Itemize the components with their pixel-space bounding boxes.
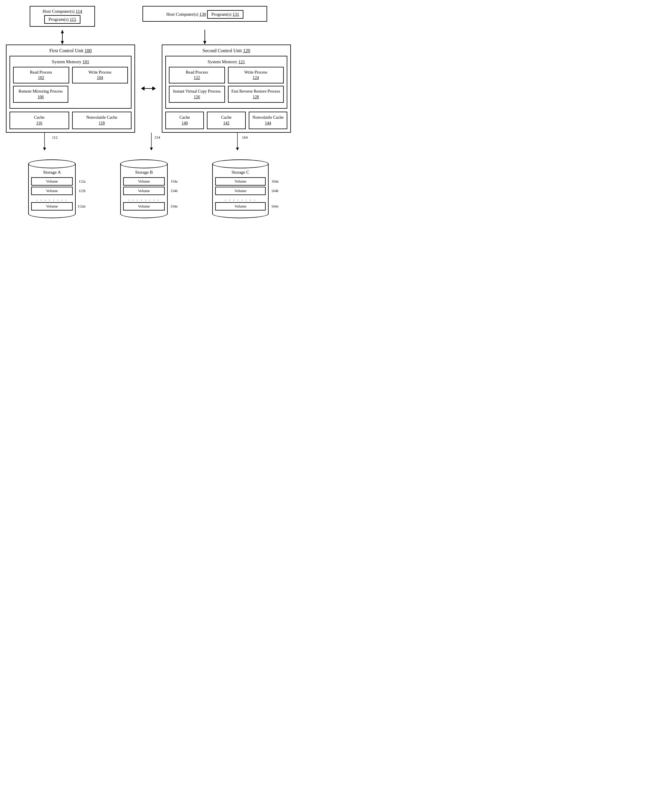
left-cache-116: Cache116 (10, 112, 69, 129)
storage-c-vol2-wrap: Volume 164b (215, 187, 266, 195)
right-write-num: 124 (253, 75, 259, 80)
storage-row: Storage A Volume 112a Volume 112b . . . … (6, 159, 291, 218)
right-host-box: Host Computer(s) 130 Program(s) 131 (142, 6, 267, 22)
storage-b-vol2-wrap: Volume 154b (123, 187, 165, 195)
right-frr-num: 128 (253, 95, 259, 99)
storage-c-vol1: Volume 164a (215, 177, 266, 186)
right-ivc-num: 126 (194, 95, 200, 99)
storage-b-item: Storage B Volume 154a Volume 154b . . . … (120, 159, 168, 218)
svg-marker-5 (141, 87, 145, 91)
right-cache-142-num: 142 (223, 121, 230, 125)
bidir-cu-arrow-svg (141, 84, 156, 93)
right-cu-num: 120 (243, 48, 250, 53)
svg-marker-0 (61, 30, 64, 33)
left-process-row2: Remote Mirroring Process106 (13, 86, 128, 103)
storage-c-top (212, 159, 269, 168)
storage-a-cylinder: Storage A Volume 112a Volume 112b . . . … (28, 159, 76, 218)
storage-c-title: Storage C (215, 170, 266, 175)
storage-a-dotted: . . . . . . . . (31, 196, 73, 202)
svg-marker-4 (203, 41, 206, 44)
right-cache-140-num: 140 (182, 121, 188, 125)
right-host-arrow (142, 30, 267, 44)
svg-marker-7 (152, 87, 156, 91)
left-program-num: 115 (70, 17, 76, 22)
storage-a-body: Storage A Volume 112a Volume 112b . . . … (28, 164, 76, 218)
left-remote-num: 106 (38, 95, 44, 99)
storage-b-dotted: . . . . . . . . (123, 196, 165, 202)
right-host-area: Host Computer(s) 130 Program(s) 131 (142, 6, 267, 27)
right-process-row2: Instant Virtual Copy Process126 Fast Rev… (169, 86, 284, 103)
left-sm-num: 101 (83, 59, 89, 64)
storage-a-title: Storage A (31, 170, 73, 175)
control-units-row: First Control Unit 100 System Memory 101… (6, 44, 291, 133)
storage-a-item: Storage A Volume 112a Volume 112b . . . … (28, 159, 76, 218)
storage-a-vol1-label: 112a (79, 179, 85, 183)
cu-to-storage-arrows: 112 154 164 (6, 133, 291, 150)
svg-text:112: 112 (52, 135, 57, 139)
right-ivc-box: Instant Virtual Copy Process126 (169, 86, 225, 103)
right-frr-box: Fast Reverse Restore Process128 (228, 86, 284, 103)
right-nonvol-cache: Nonvolatile Cache144 (249, 112, 287, 129)
left-nonvol-num: 118 (99, 121, 105, 125)
left-read-num: 102 (38, 75, 44, 80)
right-host-num: 130 (199, 12, 206, 16)
left-nonvol-cache: Nonvolatile Cache118 (72, 112, 132, 129)
left-write-process-box: Write Process104 (72, 67, 128, 83)
right-program-label: Program(s) 131 (211, 12, 239, 16)
left-cache-116-num: 116 (36, 121, 42, 125)
left-host-box: Host Computer(s) 114 Program(s) 115 (30, 6, 95, 27)
left-cache-row: Cache116 Nonvolatile Cache118 (10, 112, 132, 129)
storage-b-body: Storage B Volume 154a Volume 154b . . . … (120, 164, 168, 218)
storage-a-volm-wrap: Volume 112m (31, 202, 73, 211)
storage-a-volm: Volume 112m (31, 202, 73, 211)
storage-b-voln-wrap: Volume 154n (123, 202, 165, 211)
right-host-title: Host Computer(s) 130 (166, 12, 206, 16)
left-write-num: 104 (97, 75, 103, 80)
right-host-inner: Program(s) 131 (207, 10, 243, 19)
right-cache-row: Cache140 Cache142 Nonvolatile Cache144 (165, 112, 287, 129)
storage-c-vol1-label: 164a (272, 179, 279, 183)
left-bidir-arrow-svg (58, 30, 67, 44)
host-row: Host Computer(s) 114 Program(s) 115 Host… (6, 6, 291, 27)
left-host-inner: Program(s) 115 (44, 15, 80, 24)
svg-text:164: 164 (242, 135, 248, 139)
cu-storage-arrows-svg: 112 154 164 (6, 133, 291, 150)
storage-c-cylinder: Storage C Volume 164a Volume 164b . . . … (212, 159, 269, 218)
right-control-unit: Second Control Unit 120 System Memory 12… (162, 44, 291, 133)
storage-b-vol1-label: 154a (171, 179, 178, 183)
storage-b-voln: Volume 154n (123, 202, 165, 211)
storage-c-dotted: . . . . . . . . (215, 196, 266, 202)
storage-b-title: Storage B (123, 170, 165, 175)
left-process-row1: Read Process102 Write Process104 (13, 67, 128, 83)
right-read-num: 122 (194, 75, 200, 80)
right-down-arrow-svg (201, 30, 209, 44)
left-host-arrow (30, 30, 95, 44)
right-process-row1: Read Process122 Write Process124 (169, 67, 284, 83)
storage-c-vol2-label: 164b (271, 188, 279, 193)
storage-c-item: Storage C Volume 164a Volume 164b . . . … (212, 159, 269, 218)
arrows-top-row (6, 30, 291, 44)
storage-a-vol2-label: 112b (78, 188, 85, 193)
storage-b-vol1: Volume 154a (123, 177, 165, 186)
left-host-title: Host Computer(s) 114 (42, 9, 82, 14)
right-system-memory: System Memory 121 Read Process122 Write … (165, 56, 287, 109)
left-program-label: Program(s) 115 (48, 17, 76, 22)
left-remote-mirror-box: Remote Mirroring Process106 (13, 86, 68, 103)
storage-a-top (28, 159, 76, 168)
storage-b-vol2: Volume 154b (123, 187, 165, 195)
left-host-num: 114 (76, 9, 82, 14)
svg-marker-9 (43, 147, 46, 150)
right-nonvol-num: 144 (265, 121, 271, 125)
storage-a-vol2-wrap: Volume 112b (31, 187, 73, 195)
svg-marker-15 (236, 147, 239, 150)
storage-a-vol1: Volume 112a (31, 177, 73, 186)
right-cu-title: Second Control Unit 120 (165, 48, 287, 54)
storage-b-vol2-label: 154b (170, 188, 178, 193)
storage-b-cylinder: Storage B Volume 154a Volume 154b . . . … (120, 159, 168, 218)
left-read-process-box: Read Process102 (13, 67, 69, 83)
right-cache-140: Cache140 (165, 112, 204, 129)
storage-c-vol1-wrap: Volume 164a (215, 177, 266, 186)
storage-c-volo-label: 164o (271, 204, 279, 208)
right-sm-num: 121 (238, 59, 245, 64)
left-sm-title: System Memory 101 (13, 59, 128, 64)
